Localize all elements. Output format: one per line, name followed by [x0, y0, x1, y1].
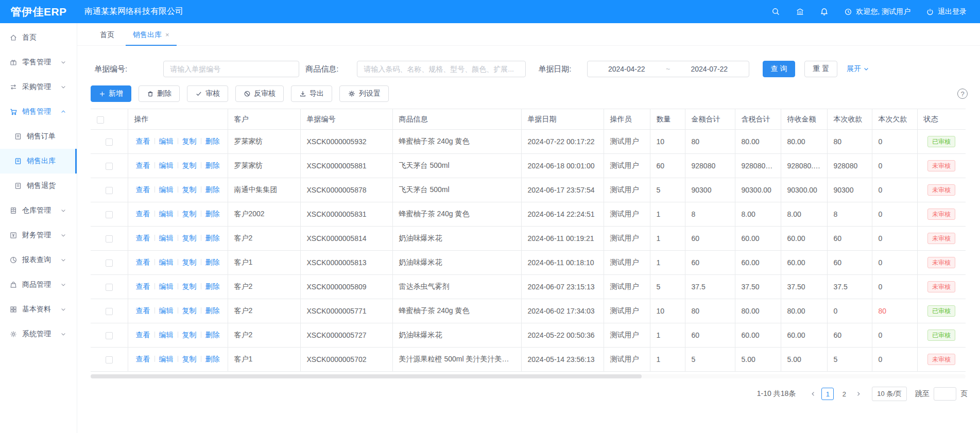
sidebar-item-retail[interactable]: 零售管理 [0, 50, 77, 75]
order-no-input[interactable] [163, 61, 299, 77]
view-link[interactable]: 查看 [136, 331, 150, 339]
edit-link[interactable]: 编辑 [159, 137, 174, 145]
view-link[interactable]: 查看 [136, 161, 150, 169]
copy-link[interactable]: 复制 [182, 210, 197, 218]
view-link[interactable]: 查看 [136, 355, 150, 363]
prev-page-button[interactable] [807, 388, 819, 400]
tab-sales-outbound[interactable]: 销售出库× [124, 23, 179, 46]
row-checkbox[interactable] [106, 235, 113, 243]
tab-home[interactable]: 首页 [91, 23, 124, 46]
copy-link[interactable]: 复制 [182, 234, 197, 242]
scrollbar-thumb[interactable] [91, 374, 642, 378]
copy-link[interactable]: 复制 [182, 185, 197, 194]
horizontal-scrollbar[interactable] [91, 374, 966, 378]
sidebar-item-purchase[interactable]: 采购管理 [0, 75, 77, 99]
sidebar-item-sales-order[interactable]: 销售订单 [0, 124, 77, 149]
copy-link[interactable]: 复制 [182, 282, 197, 290]
column-header: 操作 [128, 109, 228, 130]
edit-link[interactable]: 编辑 [159, 210, 174, 218]
edit-link[interactable]: 编辑 [159, 234, 174, 242]
welcome-user[interactable]: 欢迎您, 测试用户 [844, 7, 910, 16]
edit-link[interactable]: 编辑 [159, 185, 174, 194]
copy-link[interactable]: 复制 [182, 258, 197, 266]
bank-icon[interactable] [796, 7, 804, 16]
date-to-value[interactable]: 2024-07-22 [691, 65, 728, 73]
edit-link[interactable]: 编辑 [159, 306, 174, 315]
row-checkbox[interactable] [106, 284, 113, 291]
audit-button[interactable]: 审核 [187, 85, 228, 102]
row-checkbox[interactable] [106, 308, 113, 315]
view-link[interactable]: 查看 [136, 234, 150, 242]
add-button[interactable]: 新增 [91, 85, 131, 102]
page-number-1[interactable]: 1 [821, 388, 834, 400]
view-link[interactable]: 查看 [136, 137, 150, 145]
row-checkbox[interactable] [106, 138, 113, 146]
logout-text: 退出登录 [938, 7, 967, 16]
sidebar-item-product[interactable]: 商品管理 [0, 272, 77, 297]
jump-page-input[interactable] [934, 387, 956, 401]
sidebar-item-home[interactable]: 首页 [0, 25, 77, 50]
search-button[interactable]: 查 询 [763, 61, 796, 77]
delete-link[interactable]: 删除 [205, 306, 220, 315]
sidebar-item-basic-data[interactable]: 基本资料 [0, 297, 77, 322]
sidebar-item-sales-return[interactable]: 销售退货 [0, 174, 77, 198]
delete-link[interactable]: 删除 [205, 355, 220, 363]
delete-link[interactable]: 删除 [205, 331, 220, 339]
copy-link[interactable]: 复制 [182, 161, 197, 169]
sidebar-item-warehouse[interactable]: 仓库管理 [0, 198, 77, 223]
view-link[interactable]: 查看 [136, 306, 150, 315]
sidebar-item-finance[interactable]: 财务管理 [0, 223, 77, 248]
select-all-checkbox[interactable] [97, 116, 104, 124]
view-link[interactable]: 查看 [136, 210, 150, 218]
page-size-select[interactable]: 10 条/页 [872, 387, 907, 401]
view-link[interactable]: 查看 [136, 258, 150, 266]
next-page-button[interactable] [852, 388, 865, 400]
edit-link[interactable]: 编辑 [159, 355, 174, 363]
view-link[interactable]: 查看 [136, 282, 150, 290]
help-icon[interactable]: ? [957, 89, 968, 99]
sidebar-item-sales[interactable]: 销售管理 [0, 99, 77, 124]
unaudit-button[interactable]: 反审核 [235, 85, 284, 102]
view-link[interactable]: 查看 [136, 185, 150, 194]
copy-link[interactable]: 复制 [182, 137, 197, 145]
edit-link[interactable]: 编辑 [159, 282, 174, 290]
date-range-picker[interactable]: 2024-04-22 ~ 2024-07-22 [587, 61, 749, 77]
app-logo[interactable]: 管伊佳ERP [0, 5, 77, 19]
row-checkbox[interactable] [106, 356, 113, 363]
date-from-value[interactable]: 2024-04-22 [608, 65, 645, 73]
row-checkbox[interactable] [106, 332, 113, 339]
logout-button[interactable]: 退出登录 [926, 7, 967, 16]
edit-link[interactable]: 编辑 [159, 161, 174, 169]
copy-link[interactable]: 复制 [182, 331, 197, 339]
row-checkbox[interactable] [106, 259, 113, 267]
delete-link[interactable]: 删除 [205, 137, 220, 145]
delete-link[interactable]: 删除 [205, 210, 220, 218]
delete-link[interactable]: 删除 [205, 234, 220, 242]
row-checkbox[interactable] [106, 163, 113, 170]
cell-order-no: XSCK0000005702 [300, 348, 392, 372]
row-checkbox[interactable] [106, 211, 113, 218]
sidebar-item-sales-outbound[interactable]: 销售出库 [0, 149, 77, 174]
export-button[interactable]: 导出 [291, 85, 332, 102]
cell-owed: 0 [872, 202, 917, 227]
bell-icon[interactable] [820, 7, 829, 16]
reset-button[interactable]: 重 置 [804, 61, 837, 77]
row-checkbox[interactable] [106, 187, 113, 194]
product-info-input[interactable] [357, 61, 526, 77]
delete-button[interactable]: 删除 [139, 85, 180, 102]
copy-link[interactable]: 复制 [182, 355, 197, 363]
sidebar-item-system[interactable]: 系统管理 [0, 322, 77, 347]
sidebar-item-report[interactable]: 报表查询 [0, 248, 77, 272]
delete-link[interactable]: 删除 [205, 185, 220, 194]
delete-link[interactable]: 删除 [205, 282, 220, 290]
search-icon[interactable] [771, 7, 780, 16]
page-number-2[interactable]: 2 [838, 388, 850, 400]
close-tab-icon[interactable]: × [165, 31, 169, 39]
edit-link[interactable]: 编辑 [159, 258, 174, 266]
edit-link[interactable]: 编辑 [159, 331, 174, 339]
expand-link[interactable]: 展开 [847, 64, 869, 74]
delete-link[interactable]: 删除 [205, 258, 220, 266]
delete-link[interactable]: 删除 [205, 161, 220, 169]
copy-link[interactable]: 复制 [182, 306, 197, 315]
column-settings-button[interactable]: 列设置 [339, 85, 389, 102]
